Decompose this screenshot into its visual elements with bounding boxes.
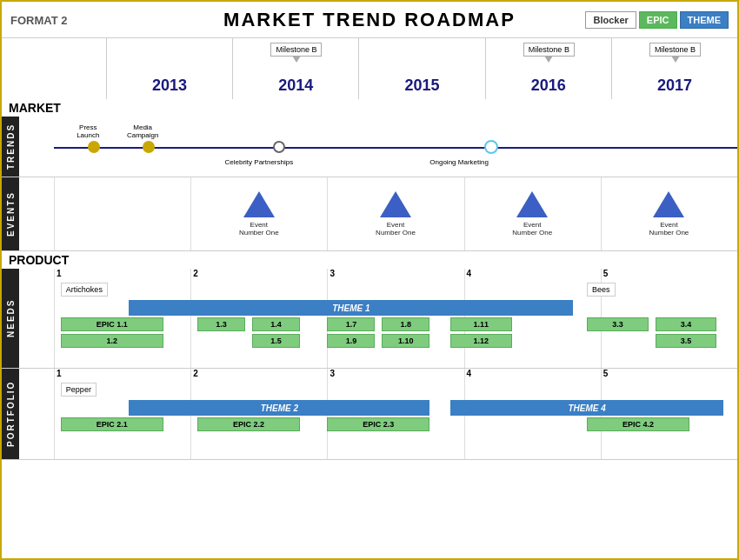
epic-1-7[interactable]: 1.7 bbox=[327, 317, 375, 331]
trends-label: TRENDS bbox=[2, 117, 19, 177]
year-2014: 2014 bbox=[278, 77, 313, 95]
year-col-2014: Milestone B 2014 bbox=[232, 38, 358, 99]
needs-content: 1 2 3 4 5 Artichokes Bees THEME 1 EPIC 1… bbox=[54, 269, 737, 368]
port-col-num-2: 2 bbox=[190, 369, 327, 383]
trend-dot-3 bbox=[273, 141, 285, 153]
epic-3-4[interactable]: 3.4 bbox=[656, 317, 717, 331]
milestone-2016: Milestone B bbox=[523, 43, 575, 57]
needs-theme-1: THEME 1 bbox=[129, 300, 573, 316]
event-triangle-1 bbox=[243, 191, 275, 217]
events-content: EventNumber One EventNumber One EventNum… bbox=[54, 177, 737, 250]
event-label-4: EventNumber One bbox=[649, 221, 689, 237]
epic-1-10[interactable]: 1.10 bbox=[382, 334, 429, 348]
portfolio-content: 1 2 3 4 5 Pepper THEME 2 THEME 4 EPIC 2.… bbox=[54, 369, 737, 459]
epic-1-12[interactable]: 1.12 bbox=[450, 334, 512, 348]
needs-col-nums: 1 2 3 4 5 bbox=[54, 269, 737, 283]
trend-label-4: Ongoing Marketing bbox=[429, 158, 489, 166]
epic-4-2[interactable]: EPIC 4.2 bbox=[587, 417, 689, 431]
epic-button[interactable]: EPIC bbox=[639, 11, 677, 29]
year-2013: 2013 bbox=[152, 77, 187, 95]
portfolio-theme-4: THEME 4 bbox=[450, 400, 723, 416]
year-2016: 2016 bbox=[531, 77, 566, 95]
year-2017: 2017 bbox=[657, 77, 692, 95]
needs-label: NEEDS bbox=[2, 269, 19, 368]
market-section-header: MARKET bbox=[2, 99, 737, 117]
year-col-2017: Milestone B 2017 bbox=[611, 38, 737, 99]
portfolio-row: PORTFOLIO 1 2 3 4 5 Pepper THEME 2 THEME… bbox=[2, 369, 737, 460]
epic-1-9[interactable]: 1.9 bbox=[327, 334, 375, 348]
product-section-header: PRODUCT bbox=[2, 251, 737, 269]
milestone-2014: Milestone B bbox=[270, 43, 322, 57]
event-col-3: EventNumber One bbox=[327, 177, 463, 250]
needs-row: NEEDS 1 2 3 4 5 Artichokes Bees THEME 1 … bbox=[2, 269, 737, 369]
timeline-line bbox=[54, 147, 737, 149]
epic-1-3[interactable]: 1.3 bbox=[197, 317, 245, 331]
milestone-2017: Milestone B bbox=[649, 43, 701, 57]
col-num-3: 3 bbox=[327, 269, 463, 283]
events-row: EVENTS EventNumber One EventNumber One E… bbox=[2, 177, 737, 251]
epic-2-3[interactable]: EPIC 2.3 bbox=[327, 417, 429, 431]
col-num-2: 2 bbox=[190, 269, 327, 283]
epic-1-5[interactable]: 1.5 bbox=[252, 334, 300, 348]
trends-content: PressLaunch MediaCampaign Celebrity Part… bbox=[54, 117, 737, 177]
events-label: EVENTS bbox=[2, 177, 19, 250]
event-col-2: EventNumber One bbox=[190, 177, 327, 250]
event-col-1 bbox=[54, 177, 190, 250]
port-col-num-5: 5 bbox=[601, 369, 737, 383]
port-col-num-4: 4 bbox=[464, 369, 601, 383]
event-label-1: EventNumber One bbox=[239, 221, 279, 237]
trends-row: TRENDS PressLaunch MediaCampaign Celebri… bbox=[2, 117, 737, 177]
legend-buttons: Blocker EPIC THEME bbox=[585, 11, 729, 29]
timeline-header: 2013 Milestone B 2014 2015 Milestone B 2… bbox=[2, 38, 737, 99]
header: FORMAT 2 MARKET TREND ROADMAP Blocker EP… bbox=[2, 2, 737, 38]
theme-button[interactable]: THEME bbox=[680, 11, 729, 29]
port-col-num-1: 1 bbox=[54, 369, 190, 383]
blocker-button[interactable]: Blocker bbox=[585, 11, 636, 29]
trend-label-1: PressLaunch bbox=[77, 123, 99, 139]
epic-1-8[interactable]: 1.8 bbox=[382, 317, 429, 331]
epic-1-1[interactable]: EPIC 1.1 bbox=[61, 317, 163, 331]
epic-1-4[interactable]: 1.4 bbox=[252, 317, 300, 331]
portfolio-label-pepper: Pepper bbox=[61, 383, 97, 397]
event-label-3: EventNumber One bbox=[512, 221, 552, 237]
portfolio-col-nums: 1 2 3 4 5 bbox=[54, 369, 737, 383]
portfolio-theme-2: THEME 2 bbox=[129, 400, 429, 416]
needs-label-artichokes: Artichokes bbox=[61, 283, 108, 297]
format-label: FORMAT 2 bbox=[10, 13, 67, 26]
event-triangle-2 bbox=[380, 191, 411, 217]
col-num-4: 4 bbox=[464, 269, 601, 283]
trend-label-2: MediaCampaign bbox=[127, 123, 158, 139]
port-col-num-3: 3 bbox=[327, 369, 463, 383]
event-col-4: EventNumber One bbox=[464, 177, 601, 250]
event-triangle-4 bbox=[653, 191, 684, 217]
event-col-5: EventNumber One bbox=[601, 177, 737, 250]
event-triangle-3 bbox=[516, 191, 548, 217]
event-label-2: EventNumber One bbox=[376, 221, 416, 237]
portfolio-label: PORTFOLIO bbox=[2, 369, 19, 459]
year-col-2015: 2015 bbox=[358, 38, 484, 99]
epic-1-2[interactable]: 1.2 bbox=[61, 334, 163, 348]
epic-2-2[interactable]: EPIC 2.2 bbox=[197, 417, 300, 431]
col-num-1: 1 bbox=[54, 269, 190, 283]
col-num-5: 5 bbox=[601, 269, 737, 283]
epic-3-3[interactable]: 3.3 bbox=[587, 317, 649, 331]
trend-dot-4 bbox=[484, 140, 498, 154]
year-2015: 2015 bbox=[404, 77, 439, 95]
needs-label-bees: Bees bbox=[587, 283, 616, 297]
trend-dot-2 bbox=[143, 141, 155, 153]
epic-2-1[interactable]: EPIC 2.1 bbox=[61, 417, 163, 431]
year-col-2013: 2013 bbox=[106, 38, 232, 99]
year-col-2016: Milestone B 2016 bbox=[485, 38, 611, 99]
trend-label-3: Celebrity Partnerships bbox=[225, 158, 294, 166]
epic-3-5[interactable]: 3.5 bbox=[656, 334, 717, 348]
trend-dot-1 bbox=[88, 141, 100, 153]
epic-1-11[interactable]: 1.11 bbox=[450, 317, 512, 331]
